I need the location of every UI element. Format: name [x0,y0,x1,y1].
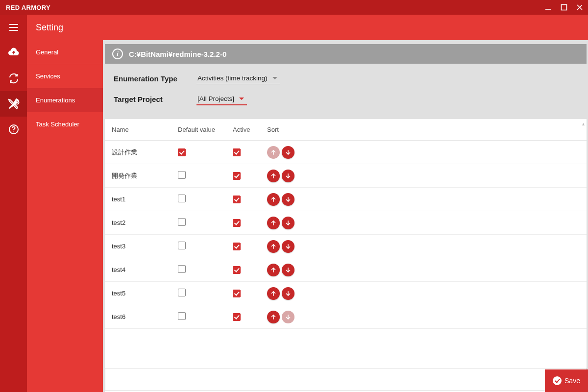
move-down-button[interactable] [282,146,294,159]
default-checkbox[interactable] [178,171,186,179]
app-title: RED ARMORY [6,4,545,11]
table-row: test1 [105,188,587,211]
svg-point-8 [13,131,14,132]
enum-table: ▴ Name Default value Active Sort 設計作業開発作… [105,119,587,392]
save-label: Save [564,377,580,385]
filter-panel: Enumeration Type Activities (time tracki… [103,64,588,119]
icon-rail [0,15,27,392]
col-name: Name [105,119,171,141]
bottom-dock [105,368,587,391]
nav-item-label: Services [36,73,60,80]
cell-name: test5 [105,282,171,305]
nav-item-label: Task Scheduler [36,121,79,128]
default-checkbox[interactable] [178,148,186,156]
cell-name: 開発作業 [105,164,171,188]
move-down-button[interactable] [282,287,294,300]
table-row: 開発作業 [105,164,587,188]
default-checkbox[interactable] [178,218,186,226]
col-sort: Sort [260,119,587,141]
move-down-button[interactable] [282,170,294,182]
move-up-button[interactable] [267,193,280,206]
nav-item-enumerations[interactable]: Enumerations [27,88,103,112]
install-path: C:¥BitNami¥redmine-3.2.2-0 [129,50,226,58]
sync-icon[interactable] [0,66,27,91]
menu-button[interactable] [0,15,27,40]
move-down-button[interactable] [282,264,294,276]
move-up-button[interactable] [267,264,280,276]
default-checkbox[interactable] [178,289,186,296]
move-up-button[interactable] [267,240,280,253]
cell-name: test6 [105,305,171,329]
nav-header: Setting [27,15,103,40]
help-icon[interactable] [0,117,27,142]
move-up-button [267,146,280,159]
maximize-button[interactable] [561,4,567,11]
enum-type-select[interactable]: Activities (time tracking) [196,73,280,84]
default-checkbox[interactable] [178,312,186,320]
nav-item-label: Enumerations [36,97,75,104]
col-default: Default value [171,119,226,141]
close-button[interactable] [576,4,583,11]
cell-name: 設計作業 [105,141,171,164]
cell-name: test3 [105,235,171,258]
table-row: test3 [105,235,587,258]
settings-icon[interactable] [0,91,27,117]
move-down-button[interactable] [282,217,294,229]
default-checkbox[interactable] [178,195,186,202]
target-project-select[interactable]: [All Projects] [196,93,247,105]
minimize-button[interactable] [545,4,552,11]
active-checkbox[interactable] [233,290,241,297]
table-row: test4 [105,258,587,282]
nav-item-services[interactable]: Services [27,64,103,88]
nav-item-task-scheduler[interactable]: Task Scheduler [27,112,103,136]
svg-rect-1 [562,5,567,10]
table-row: test2 [105,211,587,235]
active-checkbox[interactable] [233,313,241,321]
cell-name: test2 [105,211,171,235]
table-row: test5 [105,282,587,305]
target-project-label: Target Project [114,95,190,103]
active-checkbox[interactable] [233,172,241,180]
active-checkbox[interactable] [233,243,241,250]
cell-name: test1 [105,188,171,211]
nav-panel: Setting General Services Enumerations Ta… [27,15,103,392]
chevron-down-icon [239,98,244,100]
window-controls [545,4,583,11]
active-checkbox[interactable] [233,148,241,156]
main-area: i C:¥BitNami¥redmine-3.2.2-0 Enumeration… [103,15,588,392]
move-down-button[interactable] [282,240,294,253]
move-up-button[interactable] [267,287,280,300]
enum-type-label: Enumeration Type [114,74,190,83]
active-checkbox[interactable] [233,196,241,203]
check-circle-icon [553,376,562,385]
target-project-value: [All Projects] [197,95,234,102]
active-checkbox[interactable] [233,266,241,274]
default-checkbox[interactable] [178,242,186,249]
move-up-button[interactable] [267,217,280,229]
move-up-button[interactable] [267,311,280,323]
nav-item-general[interactable]: General [27,40,103,64]
scroll-up-icon[interactable]: ▴ [582,121,585,126]
save-button[interactable]: Save [545,369,588,392]
move-up-button[interactable] [267,170,280,182]
path-bar: i C:¥BitNami¥redmine-3.2.2-0 [105,44,587,64]
nav-item-label: General [36,49,58,56]
title-bar: RED ARMORY [0,0,588,15]
default-checkbox[interactable] [178,265,186,273]
active-checkbox[interactable] [233,219,241,227]
info-icon: i [112,49,123,59]
chevron-down-icon [272,77,277,79]
move-down-button[interactable] [282,193,294,206]
cell-name: test4 [105,258,171,282]
table-row: 設計作業 [105,141,587,164]
col-active: Active [226,119,260,141]
enum-type-value: Activities (time tracking) [197,74,268,82]
cloud-upload-icon[interactable] [0,40,27,66]
table-row: test6 [105,305,587,329]
move-down-button [282,311,294,323]
